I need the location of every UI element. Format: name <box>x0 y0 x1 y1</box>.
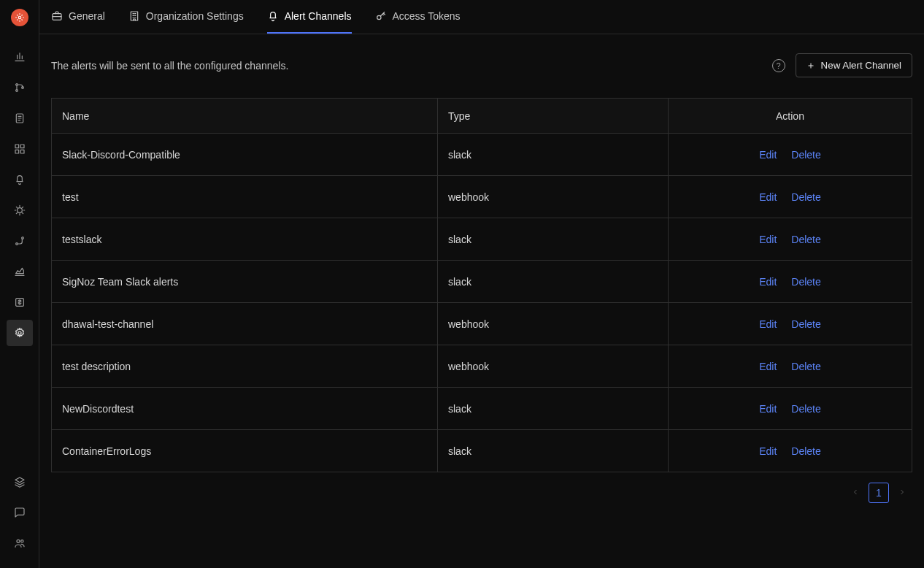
sidebar-item-settings[interactable] <box>7 320 33 346</box>
table-row: testwebhookEditDelete <box>52 176 912 218</box>
table-row: NewDiscordtestslackEditDelete <box>52 388 912 430</box>
cell-type: webhook <box>438 176 669 218</box>
cell-action: EditDelete <box>669 430 912 472</box>
edit-link[interactable]: Edit <box>759 318 777 330</box>
sidebar-item-usage[interactable] <box>7 258 33 285</box>
help-icon[interactable]: ? <box>772 59 785 72</box>
edit-link[interactable]: Edit <box>759 276 777 288</box>
edit-link[interactable]: Edit <box>759 234 777 245</box>
page-next-icon <box>898 487 906 499</box>
cell-name: ContainerErrorLogs <box>52 430 438 472</box>
cell-action: EditDelete <box>669 218 912 261</box>
delete-link[interactable]: Delete <box>791 234 820 245</box>
cell-action: EditDelete <box>669 176 912 218</box>
page-prev-icon <box>851 487 860 499</box>
tab-tokens[interactable]: Access Tokens <box>375 0 461 34</box>
delete-link[interactable]: Delete <box>791 403 820 415</box>
tab-alerts[interactable]: Alert Channels <box>267 0 352 34</box>
tab-label: Alert Channels <box>285 10 352 22</box>
tab-label: General <box>69 10 105 22</box>
sidebar-item-billing[interactable] <box>7 289 33 315</box>
cell-name: Slack-Discord-Compatible <box>52 134 438 176</box>
sidebar-item-traces[interactable] <box>7 74 33 101</box>
sidebar-item-layers[interactable] <box>7 469 33 495</box>
delete-link[interactable]: Delete <box>791 318 820 330</box>
table-row: testslackslackEditDelete <box>52 218 912 261</box>
new-alert-channel-label: New Alert Channel <box>821 60 901 71</box>
new-alert-channel-button[interactable]: New Alert Channel <box>796 53 912 77</box>
sidebar-item-logs[interactable] <box>7 105 33 131</box>
cell-type: webhook <box>438 345 669 388</box>
cell-name: SigNoz Team Slack alerts <box>52 261 438 303</box>
sidebar <box>0 0 39 568</box>
delete-link[interactable]: Delete <box>791 191 820 203</box>
cell-action: EditDelete <box>669 345 912 388</box>
cell-action: EditDelete <box>669 134 912 176</box>
main-content: GeneralOrganization SettingsAlert Channe… <box>39 0 924 568</box>
tab-label: Organization Settings <box>146 10 244 22</box>
cell-type: slack <box>438 430 669 472</box>
col-name[interactable]: Name <box>52 99 438 134</box>
edit-link[interactable]: Edit <box>759 445 777 457</box>
cell-name: test <box>52 176 438 218</box>
tab-label: Access Tokens <box>393 10 461 22</box>
sidebar-item-dashboards[interactable] <box>7 136 33 162</box>
delete-link[interactable]: Delete <box>791 445 820 457</box>
sidebar-item-invite[interactable] <box>7 530 33 556</box>
svg-point-0 <box>18 16 21 19</box>
cell-type: slack <box>438 134 669 176</box>
delete-link[interactable]: Delete <box>791 149 820 161</box>
col-type[interactable]: Type <box>438 99 669 134</box>
cell-type: slack <box>438 388 669 430</box>
edit-link[interactable]: Edit <box>759 191 777 203</box>
cell-action: EditDelete <box>669 261 912 303</box>
sidebar-item-alerts[interactable] <box>7 166 33 193</box>
logo-icon[interactable] <box>11 9 28 26</box>
tab-org[interactable]: Organization Settings <box>128 0 244 34</box>
sidebar-item-feedback[interactable] <box>7 499 33 526</box>
cell-name: NewDiscordtest <box>52 388 438 430</box>
table-row: ContainerErrorLogsslackEditDelete <box>52 430 912 472</box>
page-description: The alerts will be sent to all the confi… <box>51 60 288 72</box>
sidebar-item-pipeline[interactable] <box>7 228 33 254</box>
col-action: Action <box>669 99 912 134</box>
page-1[interactable]: 1 <box>869 483 889 503</box>
settings-tabs: GeneralOrganization SettingsAlert Channe… <box>39 0 924 34</box>
delete-link[interactable]: Delete <box>791 361 820 372</box>
table-row: test descriptionwebhookEditDelete <box>52 345 912 388</box>
cell-type: webhook <box>438 303 669 345</box>
edit-link[interactable]: Edit <box>759 403 777 415</box>
cell-name: testslack <box>52 218 438 261</box>
cell-type: slack <box>438 218 669 261</box>
cell-action: EditDelete <box>669 303 912 345</box>
alert-channels-table: Name Type Action Slack-Discord-Compatibl… <box>51 98 912 472</box>
delete-link[interactable]: Delete <box>791 276 820 288</box>
cell-name: dhawal-test-channel <box>52 303 438 345</box>
tab-general[interactable]: General <box>51 0 105 34</box>
edit-link[interactable]: Edit <box>759 149 777 161</box>
pagination: 1 <box>51 472 912 503</box>
edit-link[interactable]: Edit <box>759 361 777 372</box>
cell-action: EditDelete <box>669 388 912 430</box>
sidebar-item-exceptions[interactable] <box>7 197 33 223</box>
table-row: Slack-Discord-CompatibleslackEditDelete <box>52 134 912 176</box>
sidebar-item-metrics[interactable] <box>7 44 33 70</box>
cell-name: test description <box>52 345 438 388</box>
table-row: SigNoz Team Slack alertsslackEditDelete <box>52 261 912 303</box>
table-row: dhawal-test-channelwebhookEditDelete <box>52 303 912 345</box>
cell-type: slack <box>438 261 669 303</box>
